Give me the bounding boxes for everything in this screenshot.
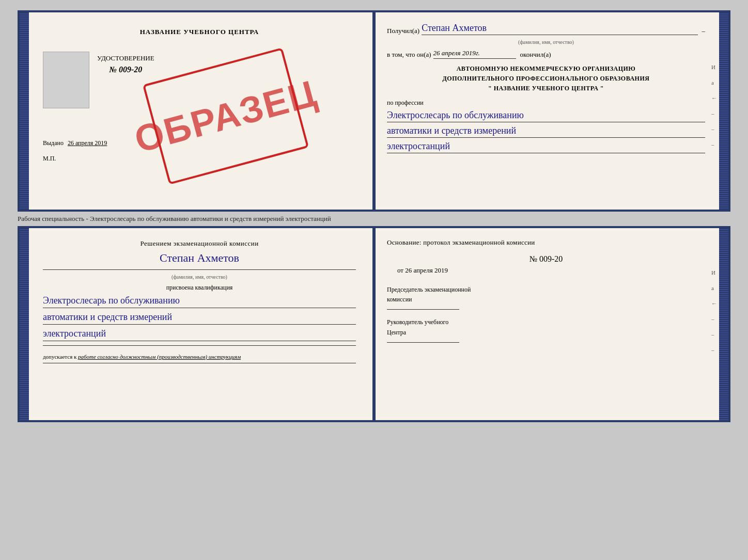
chairman-signature-line <box>387 307 459 310</box>
commission-text: Решением экзаменационной комиссии <box>43 238 356 249</box>
spine-right-bottom <box>719 228 728 420</box>
name-caption: (фамилия, имя, отчество) <box>43 274 356 280</box>
mark-arrow: ← <box>711 95 717 101</box>
mark-i: И <box>711 64 717 70</box>
mark-a: а <box>711 79 717 86</box>
spine-bottom-left <box>20 228 29 420</box>
bmark-d2: – <box>711 331 717 338</box>
bottom-right-page: Основание: протокол экзаменационной коми… <box>374 228 728 420</box>
completed-date: 26 апреля 2019г. <box>433 49 516 59</box>
left-page-content: НАЗВАНИЕ УЧЕБНОГО ЦЕНТРА УДОСТОВЕРЕНИЕ №… <box>43 28 356 163</box>
person-name: Степан Ахметов <box>43 251 356 265</box>
head-block: Руководитель учебного Центра <box>387 317 705 342</box>
bmark-arrow: ← <box>711 300 717 307</box>
bottom-right-content: Основание: протокол экзаменационной коми… <box>387 238 705 343</box>
spine-right-top <box>719 12 728 210</box>
spine-left <box>20 12 29 210</box>
prof-line1: Электрослесарь по обслуживанию <box>387 109 705 122</box>
cert-number: № 009-20 <box>97 65 154 74</box>
protocol-date-value: 26 апреля 2019 <box>405 266 448 274</box>
mark-d3: – <box>711 141 717 148</box>
org-line2: ДОПОЛНИТЕЛЬНОГО ПРОФЕССИОНАЛЬНОГО ОБРАЗО… <box>387 74 705 84</box>
bottom-left-page: Решением экзаменационной комиссии Степан… <box>20 228 374 420</box>
cert-label: УДОСТОВЕРЕНИЕ <box>97 54 154 62</box>
issued-date: 26 апреля 2019 <box>68 139 107 147</box>
protocol-number: № 009-20 <box>387 254 705 264</box>
mp-label: М.П. <box>43 155 356 163</box>
profession-label: по профессии <box>387 99 705 107</box>
right-page-cert: Получил(а) Степан Ахметов – (фамилия, им… <box>374 12 728 210</box>
org-line3: " НАЗВАНИЕ УЧЕБНОГО ЦЕНТРА " <box>387 84 705 93</box>
right-page-content: Получил(а) Степан Ахметов – (фамилия, им… <box>387 23 705 153</box>
head-label2: Центра <box>387 328 705 338</box>
basis-label: Основание: протокол экзаменационной коми… <box>387 238 705 247</box>
qual-line2: автоматики и средств измерений <box>43 310 356 325</box>
photo-placeholder <box>43 52 89 108</box>
received-label: Получил(а) <box>387 27 419 35</box>
middle-text: Рабочая специальность - Электрослесарь п… <box>18 212 730 226</box>
bmark-a: а <box>711 285 717 291</box>
qual-line3: электростанций <box>43 327 356 341</box>
chairman-line1: Председатель экзаменационной <box>387 285 705 295</box>
top-document: НАЗВАНИЕ УЧЕБНОГО ЦЕНТРА УДОСТОВЕРЕНИЕ №… <box>18 10 730 212</box>
bottom-left-content: Решением экзаменационной комиссии Степан… <box>43 238 356 363</box>
head-label: Руководитель учебного <box>387 317 705 327</box>
prof-line3: электростанций <box>387 140 705 153</box>
received-name: Степан Ахметов <box>422 23 697 35</box>
chairman-block: Председатель экзаменационной комиссии <box>387 285 705 310</box>
in-that-row: в том, что он(а) 26 апреля 2019г. окончи… <box>387 49 705 59</box>
admits-underline <box>43 361 356 363</box>
bmark-d3: – <box>711 347 717 353</box>
qual-line1: Электрослесарь по обслуживанию <box>43 294 356 308</box>
side-marks-top: И а ← – – – <box>711 64 717 148</box>
admits-value: работе согласно должностным (производств… <box>78 354 241 360</box>
admits-label: допускается к <box>43 354 76 360</box>
received-row: Получил(а) Степан Ахметов – <box>387 23 705 35</box>
protocol-date: от 26 апреля 2019 <box>397 266 705 275</box>
prof-line2: автоматики и средств измерений <box>387 124 705 138</box>
bmark-d1: – <box>711 316 717 322</box>
dash1: – <box>702 27 706 35</box>
completed-label: окончил(а) <box>520 51 551 59</box>
issued-label: Выдано <box>43 139 64 147</box>
name-underline <box>43 267 356 270</box>
chairman-line2: комиссии <box>387 295 705 305</box>
assigned-label: присвоена квалификация <box>43 284 356 292</box>
cert-body: УДОСТОВЕРЕНИЕ № 009-20 <box>97 49 154 77</box>
bmark-i: И <box>711 269 717 276</box>
mark-d2: – <box>711 126 717 132</box>
protocol-date-prefix: от <box>397 266 403 274</box>
head-signature-line <box>387 340 459 343</box>
in-that-label: в том, что он(а) <box>387 51 431 59</box>
qual-underline <box>43 343 356 346</box>
cert-issued: Выдано 26 апреля 2019 <box>43 139 356 147</box>
side-marks-bottom: И а ← – – – <box>711 269 717 353</box>
name-subtitle: (фамилия, имя, отчество) <box>387 39 705 45</box>
middle-text-content: Рабочая специальность - Электрослесарь п… <box>18 215 331 222</box>
cert-title: НАЗВАНИЕ УЧЕБНОГО ЦЕНТРА <box>43 28 356 36</box>
org-block: АВТОНОМНУЮ НЕКОММЕРЧЕСКУЮ ОРГАНИЗАЦИЮ ДО… <box>387 64 705 94</box>
org-line1: АВТОНОМНУЮ НЕКОММЕРЧЕСКУЮ ОРГАНИЗАЦИЮ <box>387 64 705 74</box>
admits-text: допускается к работе согласно должностны… <box>43 354 356 360</box>
mark-d1: – <box>711 110 717 117</box>
document-container: НАЗВАНИЕ УЧЕБНОГО ЦЕНТРА УДОСТОВЕРЕНИЕ №… <box>18 10 730 422</box>
left-page-cert: НАЗВАНИЕ УЧЕБНОГО ЦЕНТРА УДОСТОВЕРЕНИЕ №… <box>20 12 374 210</box>
bottom-document: Решением экзаменационной комиссии Степан… <box>18 226 730 422</box>
